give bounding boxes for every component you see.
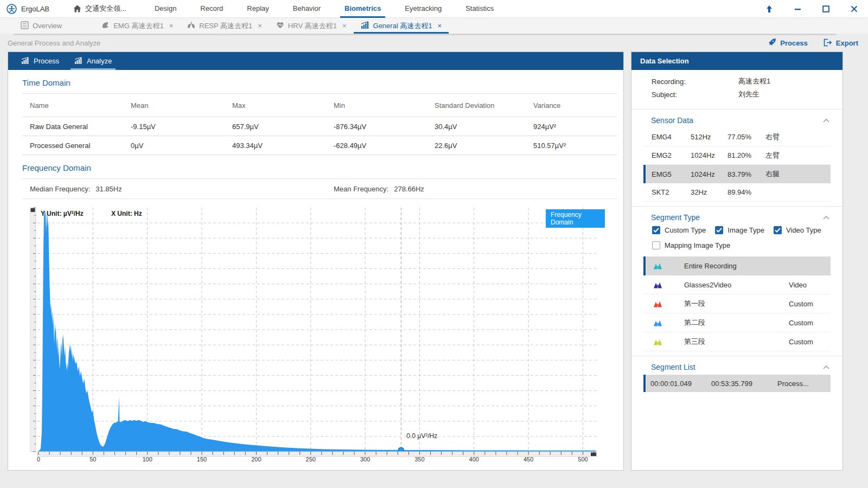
main-menu: DesignRecordReplayBehaviorBiometricsEyet… <box>143 0 506 18</box>
doc-tab-resp-1[interactable]: RESP 高速去程1× <box>180 18 269 34</box>
home-icon <box>73 5 81 12</box>
menu-item-record[interactable]: Record <box>188 0 235 18</box>
segment-label: 第三段 <box>684 337 789 346</box>
chevron-up-icon[interactable] <box>823 365 829 369</box>
checkbox-checked-icon[interactable] <box>652 226 660 234</box>
app-name: ErgoLAB <box>21 5 49 13</box>
segment-waveform-icon <box>653 300 662 307</box>
subject-label: Subject: <box>652 91 738 99</box>
doc-tab-overview[interactable]: Overview <box>14 18 69 34</box>
tab-close-icon[interactable]: × <box>169 22 174 30</box>
table-cell: 493.34µV <box>232 142 334 150</box>
segment-start-time: 00:00:01.049 <box>650 380 711 388</box>
segment-item-item[interactable]: 第一段Custom <box>643 294 831 313</box>
tab-close-icon[interactable]: × <box>258 22 262 30</box>
divider <box>631 356 843 356</box>
menu-item-behavior[interactable]: Behavior <box>281 0 333 18</box>
view-tab-analyze[interactable]: Analyze <box>67 52 119 70</box>
y-unit-label: Y Unit: µV²/Hz <box>41 210 84 217</box>
view-tab-process[interactable]: Process <box>14 52 67 70</box>
close-button[interactable] <box>840 0 868 18</box>
checkbox-label: Video Type <box>786 226 821 234</box>
segment-label: 第一段 <box>684 299 789 309</box>
table-cell: Processed General <box>30 142 131 150</box>
header-actions: ProcessExport <box>768 38 858 48</box>
process-button[interactable]: Process <box>768 38 808 48</box>
menu-item-statistics[interactable]: Statistics <box>454 0 506 18</box>
segment-list-title: Segment List <box>651 363 695 371</box>
sensor-location: 左臂 <box>765 151 831 160</box>
checkbox-mapping-image-type[interactable]: Mapping Image Type <box>652 241 730 249</box>
doc-tab-label: RESP 高速去程1 <box>199 21 252 31</box>
column-header-mean: Mean <box>131 101 232 110</box>
minimize-button[interactable] <box>783 0 812 18</box>
chevron-up-icon[interactable] <box>823 119 829 123</box>
checkbox-video-type[interactable]: Video Type <box>774 226 821 234</box>
doc-tab-label: Overview <box>33 22 62 30</box>
menu-item-label: Record <box>200 4 223 12</box>
x-tick-label: 250 <box>302 456 320 463</box>
segment-type-section-header[interactable]: Segment Type <box>651 213 829 222</box>
tabbar-scrollbar[interactable] <box>14 34 837 35</box>
menu-item-label: Biometrics <box>344 4 381 12</box>
column-header-min: Min <box>334 101 435 110</box>
doc-tab-hrv-1[interactable]: HRV 高速去程1× <box>269 18 354 34</box>
sensor-rate: 32Hz <box>691 188 727 196</box>
sensor-row-skt2[interactable]: SKT232Hz89.94% <box>643 183 831 202</box>
chevron-up-icon[interactable] <box>823 216 829 220</box>
menu-item-biometrics[interactable]: Biometrics <box>333 0 393 18</box>
checkbox-checked-icon[interactable] <box>715 226 723 234</box>
checkbox-unchecked-icon[interactable] <box>652 241 660 249</box>
doc-tab-general-1[interactable]: General 高速去程1× <box>354 18 449 34</box>
frequency-spectrum-chart[interactable]: Y Unit: µV²/Hz X Unit: Hz Frequency Doma… <box>30 206 605 469</box>
sensor-rate: 1024Hz <box>691 170 727 178</box>
x-unit-label: X Unit: Hz <box>111 210 142 217</box>
export-button[interactable]: Export <box>823 38 858 48</box>
top-menu-bar: ErgoLAB 交通安全领... DesignRecordReplayBehav… <box>0 0 868 18</box>
checkbox-custom-type[interactable]: Custom Type <box>652 226 706 234</box>
doc-tab-emg-1[interactable]: EMG 高速去程1× <box>94 18 180 34</box>
segment-item-item[interactable]: 第三段Custom <box>643 332 831 351</box>
table-cell: 0µV <box>131 142 232 150</box>
checkbox-label: Custom Type <box>665 226 706 234</box>
view-tab-label: Analyze <box>87 57 112 65</box>
project-tab[interactable]: 交通安全领... <box>73 4 126 14</box>
menu-item-eyetracking[interactable]: Eyetracking <box>393 0 454 18</box>
segment-item-item[interactable]: 第二段Custom <box>643 313 831 332</box>
table-row: Raw Data General-9.15µV657.9µV-876.34µV3… <box>22 117 617 136</box>
checkbox-checked-icon[interactable] <box>774 226 782 234</box>
sensor-quality: 83.79% <box>727 170 765 178</box>
resp-lungs-icon <box>187 21 195 30</box>
mean-frequency-label: Mean Frequency: <box>334 185 388 193</box>
sensor-data-section-header[interactable]: Sensor Data <box>651 116 829 125</box>
table-cell: 924µV² <box>533 123 617 131</box>
frequency-stats-row: Median Frequency: 31.85Hz Mean Frequency… <box>22 179 617 199</box>
app-logo: ErgoLAB <box>7 4 49 14</box>
segment-waveform-icon <box>653 319 662 326</box>
checkbox-image-type[interactable]: Image Type <box>715 226 764 234</box>
tab-close-icon[interactable]: × <box>438 22 442 30</box>
x-tick-label: 300 <box>356 456 374 463</box>
segment-item-glasses2video[interactable]: Glasses2VideoVideo <box>643 275 831 294</box>
segment-list-section-header[interactable]: Segment List <box>651 363 829 371</box>
sensor-row-emg5[interactable]: EMG51024Hz83.79%右腿 <box>643 165 831 183</box>
x-tick-label: 500 <box>574 456 592 463</box>
menu-item-design[interactable]: Design <box>143 0 188 18</box>
maximize-button[interactable] <box>812 0 840 18</box>
segment-status: Process... <box>777 380 809 388</box>
tab-close-icon[interactable]: × <box>342 22 347 30</box>
publish-arrow-button[interactable] <box>755 0 783 18</box>
table-cell: -9.15µV <box>131 123 232 131</box>
segment-time-row[interactable]: 00:00:01.04900:53:35.799Process... <box>643 375 831 392</box>
sensor-row-emg2[interactable]: EMG21024Hz81.20%左臂 <box>643 146 831 165</box>
sensor-row-emg4[interactable]: EMG4512Hz77.05%右臂 <box>643 128 831 146</box>
segment-type: Video <box>789 281 831 289</box>
table-header-row: NameMeanMaxMinStandard DeviationVariance <box>22 94 617 117</box>
table-cell: 22.6µV <box>435 142 533 150</box>
segment-item-entire-recording[interactable]: Entire Recording <box>643 256 831 275</box>
menu-item-replay[interactable]: Replay <box>235 0 280 18</box>
segment-end-time: 00:53:35.799 <box>711 380 777 388</box>
median-frequency-value: 31.85Hz <box>95 185 122 193</box>
median-frequency: Median Frequency: 31.85Hz <box>30 185 334 193</box>
divider <box>631 109 843 110</box>
